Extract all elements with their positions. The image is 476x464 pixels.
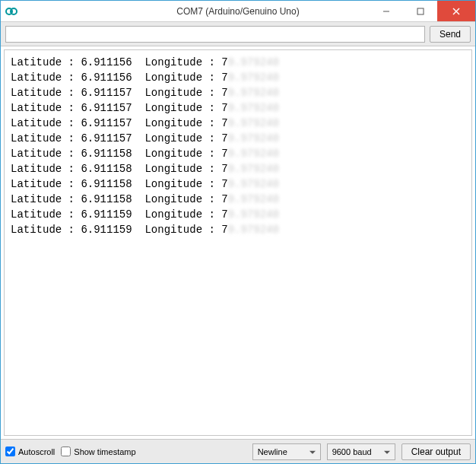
serial-input[interactable] — [5, 26, 425, 43]
statusbar: Autoscroll Show timestamp Newline 9600 b… — [1, 439, 475, 463]
output-text-blurred: 9.979240 — [228, 85, 279, 100]
output-line: Latitude : 6.911159 Longitude : 79.97924… — [11, 222, 465, 237]
output-text: Latitude : 6.911156 Longitude : 7 — [11, 70, 228, 85]
autoscroll-label: Autoscroll — [18, 447, 55, 456]
output-text-blurred: 9.979240 — [228, 70, 279, 85]
output-text: Latitude : 6.911156 Longitude : 7 — [11, 55, 228, 70]
output-line: Latitude : 6.911157 Longitude : 79.97924… — [11, 131, 465, 146]
output-line: Latitude : 6.911158 Longitude : 79.97924… — [11, 161, 465, 176]
output-line: Latitude : 6.911158 Longitude : 79.97924… — [11, 176, 465, 192]
output-text: Latitude : 6.911158 Longitude : 7 — [11, 192, 228, 207]
svg-rect-3 — [417, 8, 424, 14]
output-text-blurred: 9.979240 — [228, 116, 279, 131]
output-text-blurred: 9.979240 — [228, 222, 279, 237]
output-text: Latitude : 6.911159 Longitude : 7 — [11, 222, 228, 237]
baud-select[interactable]: 9600 baud — [327, 443, 395, 460]
output-text: Latitude : 6.911158 Longitude : 7 — [11, 176, 228, 192]
output-text-blurred: 9.979240 — [228, 176, 279, 192]
output-text-blurred: 9.979240 — [228, 207, 279, 222]
arduino-icon — [5, 5, 17, 17]
output-line: Latitude : 6.911156 Longitude : 79.97924… — [11, 70, 465, 85]
output-line: Latitude : 6.911157 Longitude : 79.97924… — [11, 116, 465, 131]
send-button[interactable]: Send — [430, 26, 471, 43]
close-button[interactable] — [437, 1, 475, 21]
output-line: Latitude : 6.911159 Longitude : 79.97924… — [11, 207, 465, 222]
autoscroll-checkbox[interactable]: Autoscroll — [5, 447, 55, 456]
output-line: Latitude : 6.911157 Longitude : 79.97924… — [11, 100, 465, 116]
minimize-button[interactable] — [369, 1, 403, 21]
output-text: Latitude : 6.911158 Longitude : 7 — [11, 161, 228, 176]
serial-output[interactable]: Latitude : 6.911156 Longitude : 79.97924… — [4, 49, 472, 436]
output-text-blurred: 9.979240 — [228, 192, 279, 207]
line-ending-select[interactable]: Newline — [252, 443, 321, 460]
output-line: Latitude : 6.911156 Longitude : 79.97924… — [11, 55, 465, 70]
timestamp-label: Show timestamp — [74, 447, 135, 456]
output-text-blurred: 9.979240 — [228, 100, 279, 116]
titlebar: COM7 (Arduino/Genuino Uno) — [1, 1, 475, 22]
output-text: Latitude : 6.911157 Longitude : 7 — [11, 131, 228, 146]
timestamp-checkbox[interactable]: Show timestamp — [61, 447, 135, 456]
output-text: Latitude : 6.911157 Longitude : 7 — [11, 85, 228, 100]
output-text: Latitude : 6.911157 Longitude : 7 — [11, 100, 228, 116]
output-text-blurred: 9.979240 — [228, 146, 279, 161]
window-title: COM7 (Arduino/Genuino Uno) — [176, 6, 299, 17]
output-line: Latitude : 6.911157 Longitude : 79.97924… — [11, 85, 465, 100]
output-line: Latitude : 6.911158 Longitude : 79.97924… — [11, 192, 465, 207]
output-text: Latitude : 6.911159 Longitude : 7 — [11, 207, 228, 222]
window-controls — [369, 1, 475, 21]
clear-output-button[interactable]: Clear output — [401, 443, 471, 460]
output-text: Latitude : 6.911157 Longitude : 7 — [11, 116, 228, 131]
autoscroll-input[interactable] — [5, 447, 15, 456]
maximize-button[interactable] — [403, 1, 437, 21]
output-text-blurred: 9.979240 — [228, 161, 279, 176]
timestamp-input[interactable] — [61, 447, 71, 456]
output-line: Latitude : 6.911158 Longitude : 79.97924… — [11, 146, 465, 161]
output-text: Latitude : 6.911158 Longitude : 7 — [11, 146, 228, 161]
output-text-blurred: 9.979240 — [228, 55, 279, 70]
output-text-blurred: 9.979240 — [228, 131, 279, 146]
toolbar: Send — [1, 22, 475, 46]
